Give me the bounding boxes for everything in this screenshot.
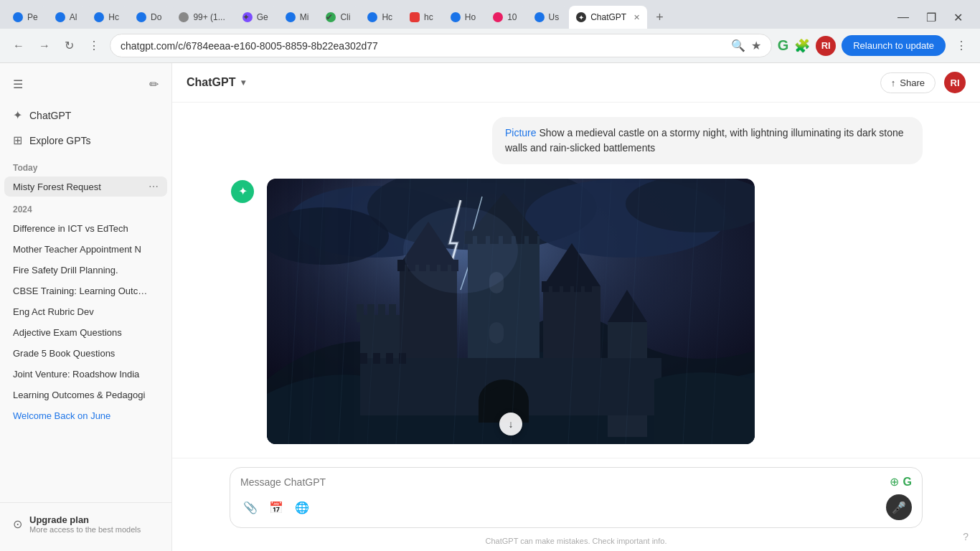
tab-ge[interactable]: ✦ Ge — [235, 6, 275, 29]
upgrade-label: Upgrade plan — [29, 514, 141, 525]
navigation-bar: ← → ↻ ⋮ chatgpt.com/c/6784eeaa-e160-8005… — [0, 29, 980, 63]
svg-rect-36 — [552, 281, 560, 292]
new-tab-button[interactable]: + — [650, 7, 669, 28]
sidebar-scroll-area: Today Misty Forest Request ⋯ 2024 Differ… — [0, 156, 171, 502]
forward-button[interactable]: → — [34, 37, 55, 55]
more-options-button[interactable]: ⋮ — [951, 36, 971, 55]
picture-link[interactable]: Picture — [505, 127, 537, 138]
help-icon[interactable]: ? — [963, 531, 969, 542]
ai-response-area: ✦ — [230, 179, 923, 444]
ai-generated-image-container: ↓ — [267, 179, 755, 444]
input-context-icon[interactable]: ⊕ — [890, 475, 899, 489]
share-button[interactable]: ↑ Share — [880, 72, 936, 93]
message-input-bottom: 📎 📅 🌐 🎤 — [240, 489, 912, 520]
tab-pe[interactable]: Pe — [6, 6, 45, 29]
sidebar-chat-fire-safety[interactable]: Fire Safety Drill Planning. ⋯ — [4, 260, 167, 280]
main-header: ChatGPT ▾ ↑ Share RI — [172, 63, 980, 103]
globe-button[interactable]: 🌐 — [292, 498, 312, 517]
tab-cli[interactable]: ✔ Cli — [319, 6, 357, 29]
sidebar-item-more-icon[interactable]: ⋯ — [149, 181, 159, 192]
extensions-icon[interactable]: 🧩 — [794, 38, 810, 54]
message-input[interactable] — [240, 476, 884, 488]
tab-hc2[interactable]: Hc — [360, 6, 400, 29]
tab-label-al: Al — [70, 12, 77, 22]
tab-favicon-hco — [410, 12, 420, 22]
search-icon[interactable]: 🔍 — [731, 39, 745, 52]
tab-favicon-al — [55, 12, 65, 22]
sidebar-chat-label-joint-venture: Joint Venture: Roadshow India — [13, 369, 149, 380]
sidebar-chat-label-welcome-back: Welcome Back on June — [13, 410, 149, 421]
tab-favicon-chatgpt: ✦ — [576, 12, 586, 22]
sidebar-chat-joint-venture[interactable]: Joint Venture: Roadshow India ⋯ — [4, 364, 167, 384]
svg-rect-13 — [389, 304, 396, 322]
g-icon[interactable]: G — [778, 37, 789, 54]
tab-favicon-us — [534, 12, 545, 22]
tab-label-us: Us — [549, 12, 560, 22]
calendar-button[interactable]: 📅 — [266, 498, 286, 517]
mic-button[interactable]: 🎤 — [886, 494, 912, 520]
tab-favicon-pe — [13, 12, 23, 22]
tab-mi[interactable]: Mi — [278, 6, 316, 29]
chatgpt-title: ChatGPT — [187, 76, 235, 89]
input-g-icon[interactable]: G — [903, 476, 912, 489]
address-bar[interactable]: chatgpt.com/c/6784eeaa-e160-8005-8859-8b… — [110, 34, 772, 57]
user-avatar[interactable]: RI — [944, 72, 966, 93]
tab-hc1[interactable]: Hc — [87, 6, 126, 29]
svg-point-61 — [403, 207, 518, 293]
view-options-button[interactable]: ⋮ — [84, 36, 104, 55]
svg-rect-35 — [542, 281, 549, 292]
sidebar-chat-label-fire-safety: Fire Safety Drill Planning. — [13, 265, 149, 276]
sidebar-chat-grade5[interactable]: Grade 5 Book Questions ⋯ — [4, 343, 167, 363]
tab-al[interactable]: Al — [48, 6, 85, 29]
sidebar-chat-welcome-back[interactable]: Welcome Back on June ⋯ — [4, 405, 167, 425]
tab-label-hco: hc — [424, 12, 433, 22]
tab-close-icon[interactable]: ✕ — [633, 13, 640, 22]
maximize-button[interactable]: ❐ — [920, 9, 942, 26]
sidebar-chat-learning-outcomes[interactable]: Learning Outcomes & Pedagogi ⋯ — [4, 385, 167, 405]
tab-label-ho: Ho — [465, 12, 476, 22]
sidebar-chat-misty-forest[interactable]: Misty Forest Request ⋯ — [4, 176, 167, 197]
minimize-button[interactable]: — — [892, 9, 915, 25]
sidebar-chat-mother-teacher[interactable]: Mother Teacher Appointment N ⋯ — [4, 239, 167, 259]
sidebar-chat-label-cbse: CBSE Training: Learning Outcom — [13, 286, 149, 296]
app-layout: ☰ ✏ ✦ ChatGPT ⊞ Explore GPTs Today Misty… — [0, 63, 980, 551]
main-header-left: ChatGPT ▾ — [187, 76, 245, 89]
relaunch-button[interactable]: Relaunch to update — [842, 35, 946, 56]
tab-10[interactable]: 10 — [486, 6, 524, 29]
sidebar-item-explore-gpts[interactable]: ⊞ Explore GPTs — [6, 128, 166, 153]
user-bubble: Picture Show a medieval castle on a stor… — [492, 117, 923, 164]
tab-hco[interactable]: hc — [402, 6, 440, 29]
header-dropdown-icon[interactable]: ▾ — [241, 77, 245, 88]
today-label: Today — [0, 156, 171, 176]
tab-do[interactable]: Do — [129, 6, 169, 29]
attach-button[interactable]: 📎 — [240, 498, 260, 517]
sidebar-toggle-button[interactable]: ☰ — [9, 75, 27, 94]
svg-rect-37 — [563, 281, 570, 292]
upgrade-text-group: Upgrade plan More access to the best mod… — [29, 514, 141, 534]
tab-label-10: 10 — [507, 12, 517, 22]
new-chat-button[interactable]: ✏ — [145, 75, 163, 94]
download-image-button[interactable]: ↓ — [499, 413, 522, 435]
reload-button[interactable]: ↻ — [60, 36, 78, 55]
sidebar-chat-label-adjective: Adjective Exam Questions — [13, 327, 149, 338]
back-button[interactable]: ← — [9, 37, 29, 55]
tab-label-ge: Ge — [257, 12, 268, 22]
year-2024-label: 2024 — [0, 197, 171, 217]
tab-ho[interactable]: Ho — [443, 6, 483, 29]
tab-us[interactable]: Us — [527, 6, 567, 29]
sidebar-chat-cbse[interactable]: CBSE Training: Learning Outcom ⋯ — [4, 281, 167, 301]
tab-chatgpt[interactable]: ✦ ChatGPT ✕ — [569, 6, 647, 29]
upgrade-plan-item[interactable]: ⊙ Upgrade plan More access to the best m… — [6, 509, 166, 540]
sidebar-chat-eng-act[interactable]: Eng Act Rubric Dev ⋯ — [4, 301, 167, 321]
tab-99[interactable]: 99+ (1... — [171, 6, 232, 29]
address-icons: 🔍 ★ — [731, 39, 761, 52]
sidebar-chat-label-grade5: Grade 5 Book Questions — [13, 348, 149, 359]
sidebar-item-chatgpt[interactable]: ✦ ChatGPT — [6, 103, 166, 128]
svg-rect-39 — [585, 281, 592, 292]
close-button[interactable]: ✕ — [948, 9, 969, 26]
sidebar-chat-ict[interactable]: Difference in ICT vs EdTech ⋯ — [4, 218, 167, 238]
sidebar-chat-adjective[interactable]: Adjective Exam Questions ⋯ — [4, 322, 167, 342]
bookmark-icon[interactable]: ★ — [751, 39, 761, 52]
input-area: ⊕ G 📎 📅 🌐 — [172, 458, 980, 534]
profile-avatar[interactable]: RI — [816, 36, 836, 56]
